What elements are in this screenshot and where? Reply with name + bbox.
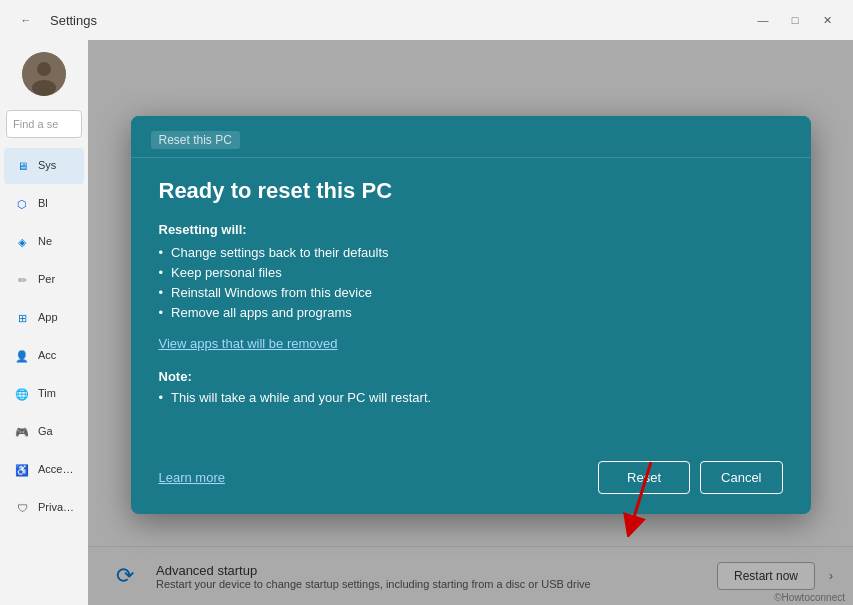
bullet-4: Remove all apps and programs [159,305,783,320]
svg-point-2 [32,80,56,96]
sidebar-item-bluetooth[interactable]: ⬡ Bl [4,186,84,222]
close-button[interactable]: ✕ [813,10,841,30]
svg-point-1 [37,62,51,76]
window-controls: — □ ✕ [749,10,841,30]
title-bar: ← Settings — □ ✕ [0,0,853,40]
note-title: Note: [159,369,783,384]
minimize-button[interactable]: — [749,10,777,30]
note-item: This will take a while and your PC will … [159,390,783,405]
dialog-title: Ready to reset this PC [159,178,783,204]
clock-icon: 🌐 [12,384,32,404]
bullet-3: Reinstall Windows from this device [159,285,783,300]
apps-icon: ⊞ [12,308,32,328]
resetting-will-label: Resetting will: [159,222,783,237]
wifi-icon: ◈ [12,232,32,252]
sidebar-item-system[interactable]: 🖥 Sys [4,148,84,184]
monitor-icon: 🖥 [12,156,32,176]
shield-icon: 🛡 [12,498,32,518]
app-layout: Find a se 🖥 Sys ⬡ Bl ◈ Ne ✏ Per ⊞ App 👤 … [0,40,853,605]
pen-icon: ✏ [12,270,32,290]
sidebar: Find a se 🖥 Sys ⬡ Bl ◈ Ne ✏ Per ⊞ App 👤 … [0,40,88,605]
sidebar-item-gaming[interactable]: 🎮 Ga [4,414,84,450]
dialog-header-label: Reset this PC [151,131,240,149]
avatar [22,52,66,96]
search-box[interactable]: Find a se [6,110,82,138]
view-apps-link[interactable]: View apps that will be removed [159,336,338,351]
accessibility-icon: ♿ [12,460,32,480]
sidebar-item-personalization[interactable]: ✏ Per [4,262,84,298]
person-icon: 👤 [12,346,32,366]
cancel-button[interactable]: Cancel [700,461,782,494]
sidebar-item-privacy[interactable]: 🛡 Privacy & security [4,490,84,526]
red-arrow-indicator [611,457,671,537]
resetting-bullets: Change settings back to their defaults K… [159,245,783,320]
dialog-header: Reset this PC [131,116,811,158]
sidebar-item-accessibility[interactable]: ♿ Accessibility [4,452,84,488]
note-section: Note: This will take a while and your PC… [159,369,783,405]
content-area: ⟳ Advanced startup Restart your device t… [88,40,853,605]
sidebar-item-accounts[interactable]: 👤 Acc [4,338,84,374]
sidebar-item-time[interactable]: 🌐 Tim [4,376,84,412]
bullet-1: Change settings back to their defaults [159,245,783,260]
maximize-button[interactable]: □ [781,10,809,30]
gamepad-icon: 🎮 [12,422,32,442]
bluetooth-icon: ⬡ [12,194,32,214]
reset-dialog: Reset this PC Ready to reset this PC Res… [131,116,811,514]
sidebar-item-apps[interactable]: ⊞ App [4,300,84,336]
dialog-body: Ready to reset this PC Resetting will: C… [131,158,811,449]
dialog-footer: Learn more Reset Cancel [131,449,811,514]
sidebar-item-network[interactable]: ◈ Ne [4,224,84,260]
app-title: Settings [50,13,97,28]
bullet-2: Keep personal files [159,265,783,280]
svg-line-4 [631,462,651,527]
back-button[interactable]: ← [12,10,40,30]
learn-more-link[interactable]: Learn more [159,470,225,485]
